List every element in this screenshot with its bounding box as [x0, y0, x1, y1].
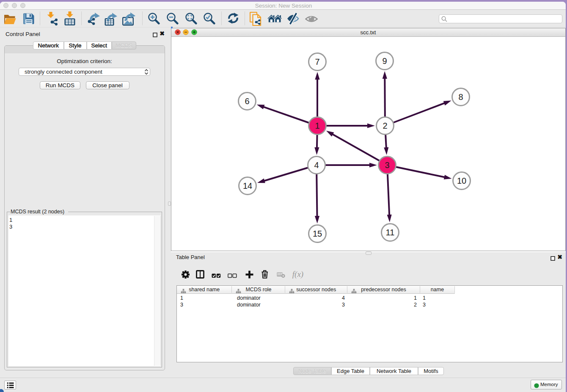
svg-text:3: 3 [385, 160, 389, 170]
svg-text:14: 14 [243, 181, 252, 190]
svg-text:10: 10 [457, 176, 466, 185]
svg-text:15: 15 [313, 229, 322, 238]
svg-text:8: 8 [458, 92, 463, 102]
svg-text:7: 7 [315, 57, 319, 66]
svg-text:1: 1 [315, 121, 319, 130]
svg-text:6: 6 [245, 97, 249, 106]
svg-text:11: 11 [386, 228, 395, 237]
svg-text:2: 2 [383, 121, 387, 130]
svg-text:4: 4 [314, 160, 319, 170]
svg-text:9: 9 [382, 56, 387, 66]
